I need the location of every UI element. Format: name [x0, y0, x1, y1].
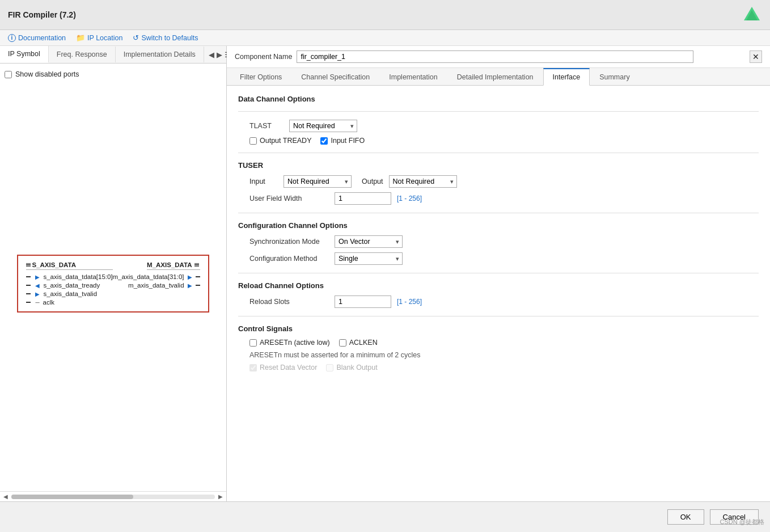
tab-interface[interactable]: Interface	[543, 68, 590, 86]
input-fifo-item[interactable]: Input FIFO	[320, 137, 365, 145]
app-title: FIR Compiler (7.2)	[8, 10, 76, 19]
port-row-tdata: ▶ s_axis_data_tdata[15:0]	[26, 273, 112, 280]
scroll-right-arrow[interactable]: ▶	[217, 492, 224, 501]
scroll-left-arrow[interactable]: ◀	[2, 492, 9, 501]
m-tdata-arrow: ▶	[188, 274, 192, 280]
control-signals-title: Control Signals	[238, 324, 759, 333]
show-disabled-ports-checkbox[interactable]	[5, 71, 12, 78]
tab-implementation[interactable]: Implementation	[379, 68, 447, 85]
toolbar: i Documentation 📁 IP Location ↺ Switch t…	[0, 30, 770, 46]
input-fifo-checkbox[interactable]	[320, 137, 328, 145]
documentation-link[interactable]: i Documentation	[8, 34, 66, 42]
ip-symbol-box: S_AXIS_DATA ▶ s_axis_data_tdata[15:0]	[17, 255, 209, 313]
aclken-label: ACLKEN	[349, 339, 378, 347]
tuser-input-select[interactable]: Not Required Chan ID User	[284, 175, 352, 188]
axis-right: M_AXIS_DATA m_axis	[113, 261, 200, 289]
left-panel-body: Show disabled ports	[0, 64, 226, 491]
blank-output-checkbox[interactable]	[326, 364, 333, 371]
sync-mode-select-wrapper: On Vector On Packet On Demand	[335, 235, 403, 248]
sync-mode-select[interactable]: On Vector On Packet On Demand	[335, 235, 403, 248]
refresh-icon: ↺	[133, 33, 139, 42]
output-tready-checkbox[interactable]	[249, 137, 257, 145]
ip-location-link[interactable]: 📁 IP Location	[76, 33, 122, 42]
close-button[interactable]: ✕	[750, 50, 762, 63]
reload-slots-input[interactable]	[335, 295, 391, 308]
left-panel: IP Symbol Freq. Response Implementation …	[0, 46, 227, 501]
areset-item[interactable]: ARESETn (active low)	[249, 339, 330, 347]
sync-mode-label: Synchronization Mode	[249, 238, 329, 246]
reset-blank-row: Reset Data Vector Blank Output	[238, 364, 759, 371]
reload-channel-title: Reload Channel Options	[238, 281, 759, 290]
show-disabled-ports-row: Show disabled ports	[5, 68, 222, 81]
tab-ip-symbol[interactable]: IP Symbol	[0, 46, 49, 63]
component-name-input[interactable]	[297, 50, 693, 63]
s-axis-lines	[26, 263, 31, 267]
blank-output-label: Blank Output	[336, 364, 377, 371]
documentation-label: Documentation	[18, 34, 66, 42]
tab-freq-response[interactable]: Freq. Response	[49, 47, 116, 62]
aclken-checkbox[interactable]	[339, 339, 346, 347]
m-port-label-tvalid: m_axis_data_tvalid	[128, 282, 184, 289]
tuser-input-label: Input	[249, 178, 278, 185]
tvalid-arrow: ▶	[35, 291, 40, 297]
tlast-row: TLAST Not Required Vector Framing Packet…	[238, 120, 759, 132]
tab-summary[interactable]: Summary	[590, 68, 639, 85]
user-field-width-input[interactable]	[335, 192, 391, 205]
blank-output-item[interactable]: Blank Output	[326, 364, 377, 371]
watermark: CSDN @徒都格	[720, 518, 764, 526]
ok-button[interactable]: OK	[667, 509, 704, 525]
tready-fifo-row: Output TREADY Input FIFO	[238, 137, 759, 145]
reset-data-vector-checkbox[interactable]	[249, 364, 257, 371]
reset-data-vector-item[interactable]: Reset Data Vector	[249, 364, 317, 371]
tlast-label: TLAST	[249, 122, 284, 130]
tdata-arrow: ▶	[35, 274, 40, 280]
app-logo-icon	[742, 5, 762, 25]
scrollbar-track[interactable]	[11, 495, 215, 499]
port-row-tvalid: ▶ s_axis_data_tvalid	[26, 290, 112, 297]
tab-implementation-details[interactable]: Implementation Details	[116, 47, 204, 62]
m-tvalid-arrow: ▶	[188, 282, 192, 289]
tuser-input-select-wrapper: Not Required Chan ID User	[284, 175, 352, 188]
reload-slots-hint: [1 - 256]	[397, 298, 422, 306]
title-bar: FIR Compiler (7.2)	[0, 0, 770, 30]
location-icon: 📁	[76, 33, 85, 42]
s-axis-label: S_AXIS_DATA	[32, 261, 76, 268]
app-window: FIR Compiler (7.2) i Documentation 📁 IP …	[0, 0, 770, 532]
bottom-bar: OK Cancel	[0, 501, 770, 532]
config-method-select-wrapper: Single Multiple	[335, 252, 403, 265]
port-row-m-tdata: m_axis_data_tdata[31:0] ▶	[113, 273, 200, 280]
sync-mode-row: Synchronization Mode On Vector On Packet…	[238, 235, 759, 248]
tuser-output-label: Output	[362, 178, 383, 185]
chevron-left-icon: ◀	[209, 50, 214, 59]
axis-data-row: S_AXIS_DATA ▶ s_axis_data_tdata[15:0]	[26, 261, 200, 306]
port-row-aclk: ─ aclk	[26, 299, 112, 306]
right-panel: Component Name ✕ Filter Options Channel …	[227, 46, 770, 501]
divider-4	[238, 273, 759, 273]
tab-filter-options[interactable]: Filter Options	[230, 68, 291, 85]
m-axis-lines	[194, 263, 199, 267]
reset-data-vector-label: Reset Data Vector	[260, 364, 317, 371]
reload-slots-row: Reload Slots [1 - 256]	[238, 295, 759, 308]
config-method-select[interactable]: Single Multiple	[335, 252, 403, 265]
input-fifo-label: Input FIFO	[331, 137, 365, 145]
output-tready-item[interactable]: Output TREADY	[249, 137, 311, 145]
m-port-label-tdata: m_axis_data_tdata[31:0]	[113, 273, 184, 280]
m-axis-label: M_AXIS_DATA	[147, 261, 192, 268]
tlast-select[interactable]: Not Required Vector Framing Packet Frami…	[289, 120, 357, 132]
tuser-output-select[interactable]: Not Required Chan ID User	[389, 175, 457, 188]
ip-location-label: IP Location	[87, 34, 122, 42]
tuser-output-select-wrapper: Not Required Chan ID User	[389, 175, 457, 188]
scrollbar-thumb	[11, 495, 133, 499]
axis-left: S_AXIS_DATA ▶ s_axis_data_tdata[15:0]	[26, 261, 112, 306]
port-row-tready: ◀ s_axis_data_tready	[26, 282, 112, 289]
component-name-row: Component Name ✕	[227, 46, 770, 68]
tab-channel-specification[interactable]: Channel Specification	[291, 68, 379, 85]
tab-detailed-implementation[interactable]: Detailed Implementation	[447, 68, 543, 85]
component-name-label: Component Name	[235, 53, 292, 61]
aclken-item[interactable]: ACLKEN	[339, 339, 378, 347]
config-method-row: Configuration Method Single Multiple	[238, 252, 759, 265]
areset-checkbox[interactable]	[249, 339, 257, 347]
switch-to-defaults-link[interactable]: ↺ Switch to Defaults	[133, 33, 198, 42]
switch-to-defaults-label: Switch to Defaults	[141, 34, 198, 42]
control-signals-row: ARESETn (active low) ACLKEN	[238, 339, 759, 347]
